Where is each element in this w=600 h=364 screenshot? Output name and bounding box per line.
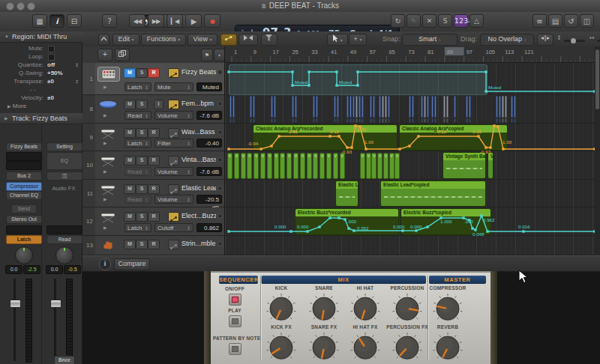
automation-mode-menu[interactable]: Latch↕ [124,223,152,232]
param-stepper-icon[interactable]: ↕ [75,79,79,84]
catch-playhead-button[interactable] [537,34,554,46]
horizontal-zoom-slider[interactable] [597,40,600,42]
list-editors-button[interactable]: ≡ [532,14,547,28]
track-mute-button[interactable]: M [124,100,136,109]
strip-setting-button[interactable]: Setting [46,142,82,151]
track-solo-button[interactable]: S [136,212,148,222]
count-in-button[interactable]: 1234 [454,14,468,28]
track-automation-icon[interactable] [168,128,179,138]
knob-hi-hat-fx[interactable] [348,331,382,364]
volume-fader-track-2[interactable] [54,279,56,361]
automation-disclosure[interactable]: ▶ [104,225,107,230]
apple-loops-button[interactable]: ↺ [564,14,578,28]
hide-automation-button[interactable] [98,34,110,46]
strip-track-name[interactable]: Fizzy Beats [6,142,42,151]
snap-menu[interactable]: Smart ↕ [402,34,458,46]
edit-menu[interactable]: Edit ▾ [112,34,140,46]
automation-mode-menu[interactable]: Read↕ [124,167,152,176]
region-param-checkbox[interactable] [48,54,55,61]
track-input-monitor-button[interactable]: I [154,100,164,109]
track-name[interactable]: Elastic Lead [182,184,216,192]
region-more-toggle[interactable]: ▶ More [8,103,26,109]
region-param-value[interactable]: off [47,61,55,68]
flex-button[interactable] [238,34,258,46]
volume-fader-handle-2[interactable] [50,300,62,308]
secondary-tool-menu[interactable]: + ▾ [349,34,367,46]
track-on-indicator[interactable] [218,70,223,75]
automation-disclosure[interactable]: ▶ [104,112,107,118]
track-name[interactable]: Fizzy Beats [182,68,216,76]
inspector-button[interactable]: i [50,14,64,28]
strip-bus-slot[interactable]: Bus 2 [6,172,42,181]
strip-gain-value-2[interactable]: -0.5 [64,265,81,274]
track-on-indicator[interactable] [218,241,223,246]
track-solo-button[interactable]: S [136,128,148,138]
automation-value[interactable]: Muted [196,82,222,91]
automation-disclosure[interactable]: ▶ [104,196,107,201]
vertical-zoom-slider[interactable] [564,40,585,42]
add-track-button[interactable]: + [98,49,112,61]
track-mute-button[interactable]: M [124,184,136,194]
record-button[interactable]: ● [204,14,220,28]
knob-hi-hat[interactable] [348,292,382,325]
quick-help-button[interactable]: ? [102,14,117,28]
library-button[interactable]: ▦ [32,14,47,28]
arrange-area[interactable]: VVVVVVVVVVVVVVVVVVVVVVVVVClassic Analog … [225,63,595,255]
automation-param-menu[interactable]: Volume↕ [154,195,194,204]
region-param-checkbox[interactable] [48,46,55,52]
track-automation-icon[interactable] [168,156,179,166]
track-on-indicator[interactable] [218,186,223,191]
strip-insert-channel-eq[interactable]: Channel EQ [6,191,42,200]
strip-send-slot[interactable]: Send [11,204,37,213]
strip-pan-value[interactable]: 0.0 [5,265,22,274]
track-name[interactable]: Fem...bpm [182,100,216,107]
strip-gain-value[interactable]: -2.5 [23,265,40,274]
track-automation-icon[interactable] [168,100,179,109]
track-record-button[interactable]: R [148,128,160,138]
track-record-button[interactable]: R [148,184,160,194]
automation-value[interactable]: -20.5 dB [196,195,222,204]
region-param-value[interactable]: ±0 [47,78,54,85]
track-header-5[interactable]: 11MSRElastic Lead▶Read↕Volume↕-20.5 dB [82,180,225,207]
track-header-3[interactable]: 9MSRWav...Bass▶Latch↕Filter↕-0.40 [82,124,225,151]
track-record-button[interactable]: R [148,212,160,222]
track-record-button[interactable]: R [148,156,160,166]
region-inspector-header[interactable]: ▼ Region: MIDI Thru [0,31,82,43]
strip-group-slot[interactable] [6,225,42,234]
functions-menu[interactable]: Functions ▾ [141,34,186,46]
track-sort-button[interactable]: ⚑ [201,49,213,61]
automation-param-menu[interactable]: Filter↕ [154,139,194,148]
track-automation-icon[interactable] [168,212,179,222]
strip-output-slot[interactable]: Stereo Out [6,215,42,224]
knob-snare-fx[interactable] [307,331,341,364]
track-solo-button[interactable]: S [136,100,148,109]
automation-param-menu[interactable]: Mute↕ [154,82,194,91]
track-filter-button[interactable] [261,34,278,46]
compare-button[interactable]: Compare [114,258,150,270]
plugin-info-button[interactable]: i [99,258,111,270]
track-on-indicator[interactable] [218,130,223,135]
seq-play-button[interactable] [229,315,242,327]
vertical-scrollbar-thumb[interactable] [596,49,599,109]
automation-value[interactable]: -7.6 dB [196,111,222,120]
automation-value[interactable]: -7.6 dB [196,167,222,176]
track-header-4[interactable]: 10MSRVinta...Bass▶Read↕Volume↕-7.6 dB [82,151,225,180]
track-header-6[interactable]: 12MSRElect...Buzz▶Latch↕Cutoff↕0.862 [82,207,225,236]
region-param-value[interactable]: ±0 [47,94,54,101]
track-mute-button[interactable]: M [124,240,136,249]
track-mute-button[interactable]: M [124,128,136,138]
duplicate-track-button[interactable] [115,49,130,61]
automation-param-menu[interactable]: Volume↕ [154,111,194,120]
autopunch-button[interactable]: ✎ [406,14,421,28]
rewind-button[interactable]: ◀◀ [129,14,146,28]
knob-kick-fx[interactable] [264,331,298,364]
automation-value[interactable]: 0.862 [196,223,222,232]
strip-input-slot[interactable] [6,161,42,170]
knob-snare[interactable] [307,292,341,325]
track-on-indicator[interactable] [218,213,223,219]
knob-kick[interactable] [264,292,298,325]
master-solo-button[interactable]: S [438,14,452,28]
automation-param-menu[interactable]: Cutoff↕ [154,223,194,232]
track-on-indicator[interactable] [218,101,223,106]
pan-knob-output[interactable] [56,246,74,264]
